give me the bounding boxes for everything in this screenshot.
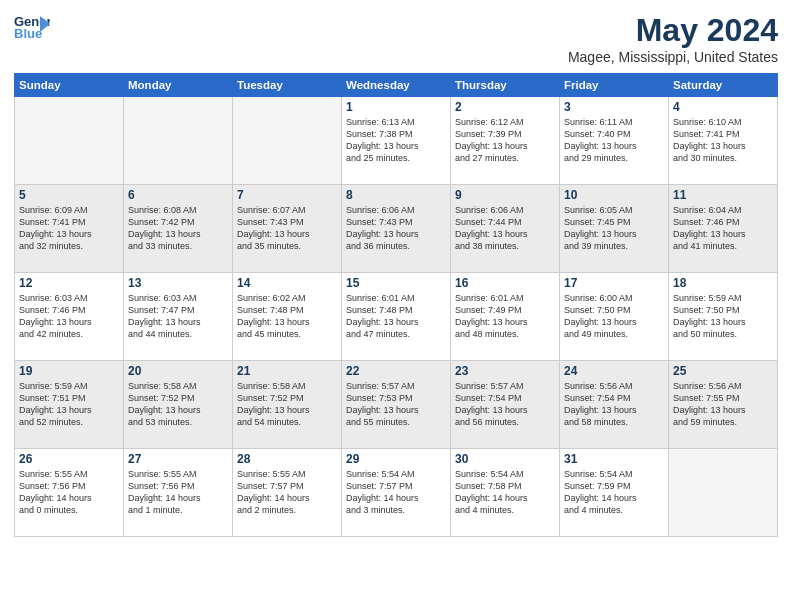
day-info: Sunrise: 6:02 AM Sunset: 7:48 PM Dayligh… bbox=[237, 292, 337, 341]
table-row: 5Sunrise: 6:09 AM Sunset: 7:41 PM Daylig… bbox=[15, 185, 124, 273]
svg-text:Blue: Blue bbox=[14, 26, 42, 40]
day-info: Sunrise: 6:03 AM Sunset: 7:46 PM Dayligh… bbox=[19, 292, 119, 341]
table-row: 3Sunrise: 6:11 AM Sunset: 7:40 PM Daylig… bbox=[560, 97, 669, 185]
calendar-page: General Blue May 2024 Magee, Mississippi… bbox=[0, 0, 792, 612]
table-row: 29Sunrise: 5:54 AM Sunset: 7:57 PM Dayli… bbox=[342, 449, 451, 537]
day-number: 19 bbox=[19, 364, 119, 378]
day-number: 9 bbox=[455, 188, 555, 202]
logo: General Blue bbox=[14, 12, 50, 40]
table-row: 2Sunrise: 6:12 AM Sunset: 7:39 PM Daylig… bbox=[451, 97, 560, 185]
table-row: 7Sunrise: 6:07 AM Sunset: 7:43 PM Daylig… bbox=[233, 185, 342, 273]
day-info: Sunrise: 6:07 AM Sunset: 7:43 PM Dayligh… bbox=[237, 204, 337, 253]
day-number: 10 bbox=[564, 188, 664, 202]
table-row: 8Sunrise: 6:06 AM Sunset: 7:43 PM Daylig… bbox=[342, 185, 451, 273]
day-info: Sunrise: 6:08 AM Sunset: 7:42 PM Dayligh… bbox=[128, 204, 228, 253]
table-row: 11Sunrise: 6:04 AM Sunset: 7:46 PM Dayli… bbox=[669, 185, 778, 273]
day-number: 13 bbox=[128, 276, 228, 290]
col-friday: Friday bbox=[560, 74, 669, 97]
week-row-4: 19Sunrise: 5:59 AM Sunset: 7:51 PM Dayli… bbox=[15, 361, 778, 449]
day-number: 17 bbox=[564, 276, 664, 290]
day-number: 21 bbox=[237, 364, 337, 378]
table-row: 23Sunrise: 5:57 AM Sunset: 7:54 PM Dayli… bbox=[451, 361, 560, 449]
day-number: 22 bbox=[346, 364, 446, 378]
table-row: 31Sunrise: 5:54 AM Sunset: 7:59 PM Dayli… bbox=[560, 449, 669, 537]
day-number: 30 bbox=[455, 452, 555, 466]
table-row: 26Sunrise: 5:55 AM Sunset: 7:56 PM Dayli… bbox=[15, 449, 124, 537]
table-row: 18Sunrise: 5:59 AM Sunset: 7:50 PM Dayli… bbox=[669, 273, 778, 361]
day-number: 3 bbox=[564, 100, 664, 114]
col-saturday: Saturday bbox=[669, 74, 778, 97]
table-row: 12Sunrise: 6:03 AM Sunset: 7:46 PM Dayli… bbox=[15, 273, 124, 361]
day-info: Sunrise: 5:55 AM Sunset: 7:56 PM Dayligh… bbox=[19, 468, 119, 517]
table-row: 1Sunrise: 6:13 AM Sunset: 7:38 PM Daylig… bbox=[342, 97, 451, 185]
table-row: 14Sunrise: 6:02 AM Sunset: 7:48 PM Dayli… bbox=[233, 273, 342, 361]
table-row: 27Sunrise: 5:55 AM Sunset: 7:56 PM Dayli… bbox=[124, 449, 233, 537]
week-row-1: 1Sunrise: 6:13 AM Sunset: 7:38 PM Daylig… bbox=[15, 97, 778, 185]
header-row: Sunday Monday Tuesday Wednesday Thursday… bbox=[15, 74, 778, 97]
table-row: 16Sunrise: 6:01 AM Sunset: 7:49 PM Dayli… bbox=[451, 273, 560, 361]
day-number: 25 bbox=[673, 364, 773, 378]
day-info: Sunrise: 6:01 AM Sunset: 7:49 PM Dayligh… bbox=[455, 292, 555, 341]
day-number: 11 bbox=[673, 188, 773, 202]
day-number: 1 bbox=[346, 100, 446, 114]
day-info: Sunrise: 5:57 AM Sunset: 7:53 PM Dayligh… bbox=[346, 380, 446, 429]
day-info: Sunrise: 6:00 AM Sunset: 7:50 PM Dayligh… bbox=[564, 292, 664, 341]
day-number: 18 bbox=[673, 276, 773, 290]
table-row: 22Sunrise: 5:57 AM Sunset: 7:53 PM Dayli… bbox=[342, 361, 451, 449]
location: Magee, Mississippi, United States bbox=[568, 49, 778, 65]
day-number: 26 bbox=[19, 452, 119, 466]
day-info: Sunrise: 6:10 AM Sunset: 7:41 PM Dayligh… bbox=[673, 116, 773, 165]
table-row bbox=[124, 97, 233, 185]
day-info: Sunrise: 6:09 AM Sunset: 7:41 PM Dayligh… bbox=[19, 204, 119, 253]
day-info: Sunrise: 6:12 AM Sunset: 7:39 PM Dayligh… bbox=[455, 116, 555, 165]
table-row bbox=[15, 97, 124, 185]
table-row: 10Sunrise: 6:05 AM Sunset: 7:45 PM Dayli… bbox=[560, 185, 669, 273]
day-info: Sunrise: 5:56 AM Sunset: 7:55 PM Dayligh… bbox=[673, 380, 773, 429]
col-thursday: Thursday bbox=[451, 74, 560, 97]
col-wednesday: Wednesday bbox=[342, 74, 451, 97]
col-monday: Monday bbox=[124, 74, 233, 97]
day-number: 23 bbox=[455, 364, 555, 378]
day-number: 27 bbox=[128, 452, 228, 466]
table-row: 21Sunrise: 5:58 AM Sunset: 7:52 PM Dayli… bbox=[233, 361, 342, 449]
day-info: Sunrise: 5:55 AM Sunset: 7:57 PM Dayligh… bbox=[237, 468, 337, 517]
day-info: Sunrise: 5:54 AM Sunset: 7:58 PM Dayligh… bbox=[455, 468, 555, 517]
day-info: Sunrise: 6:03 AM Sunset: 7:47 PM Dayligh… bbox=[128, 292, 228, 341]
table-row: 15Sunrise: 6:01 AM Sunset: 7:48 PM Dayli… bbox=[342, 273, 451, 361]
day-number: 24 bbox=[564, 364, 664, 378]
table-row: 6Sunrise: 6:08 AM Sunset: 7:42 PM Daylig… bbox=[124, 185, 233, 273]
day-info: Sunrise: 5:58 AM Sunset: 7:52 PM Dayligh… bbox=[128, 380, 228, 429]
day-info: Sunrise: 6:06 AM Sunset: 7:43 PM Dayligh… bbox=[346, 204, 446, 253]
day-info: Sunrise: 6:11 AM Sunset: 7:40 PM Dayligh… bbox=[564, 116, 664, 165]
day-info: Sunrise: 5:59 AM Sunset: 7:50 PM Dayligh… bbox=[673, 292, 773, 341]
table-row: 4Sunrise: 6:10 AM Sunset: 7:41 PM Daylig… bbox=[669, 97, 778, 185]
day-number: 8 bbox=[346, 188, 446, 202]
table-row: 30Sunrise: 5:54 AM Sunset: 7:58 PM Dayli… bbox=[451, 449, 560, 537]
day-info: Sunrise: 5:55 AM Sunset: 7:56 PM Dayligh… bbox=[128, 468, 228, 517]
table-row: 28Sunrise: 5:55 AM Sunset: 7:57 PM Dayli… bbox=[233, 449, 342, 537]
table-row: 19Sunrise: 5:59 AM Sunset: 7:51 PM Dayli… bbox=[15, 361, 124, 449]
day-info: Sunrise: 6:01 AM Sunset: 7:48 PM Dayligh… bbox=[346, 292, 446, 341]
day-info: Sunrise: 5:56 AM Sunset: 7:54 PM Dayligh… bbox=[564, 380, 664, 429]
day-number: 16 bbox=[455, 276, 555, 290]
table-row: 25Sunrise: 5:56 AM Sunset: 7:55 PM Dayli… bbox=[669, 361, 778, 449]
table-row: 24Sunrise: 5:56 AM Sunset: 7:54 PM Dayli… bbox=[560, 361, 669, 449]
day-info: Sunrise: 6:04 AM Sunset: 7:46 PM Dayligh… bbox=[673, 204, 773, 253]
day-info: Sunrise: 5:58 AM Sunset: 7:52 PM Dayligh… bbox=[237, 380, 337, 429]
week-row-2: 5Sunrise: 6:09 AM Sunset: 7:41 PM Daylig… bbox=[15, 185, 778, 273]
day-number: 29 bbox=[346, 452, 446, 466]
table-row: 9Sunrise: 6:06 AM Sunset: 7:44 PM Daylig… bbox=[451, 185, 560, 273]
day-number: 20 bbox=[128, 364, 228, 378]
table-row: 13Sunrise: 6:03 AM Sunset: 7:47 PM Dayli… bbox=[124, 273, 233, 361]
day-info: Sunrise: 5:59 AM Sunset: 7:51 PM Dayligh… bbox=[19, 380, 119, 429]
col-tuesday: Tuesday bbox=[233, 74, 342, 97]
calendar-table: Sunday Monday Tuesday Wednesday Thursday… bbox=[14, 73, 778, 537]
logo-icon: General Blue bbox=[14, 12, 50, 40]
day-info: Sunrise: 6:06 AM Sunset: 7:44 PM Dayligh… bbox=[455, 204, 555, 253]
day-info: Sunrise: 6:05 AM Sunset: 7:45 PM Dayligh… bbox=[564, 204, 664, 253]
day-number: 15 bbox=[346, 276, 446, 290]
table-row bbox=[669, 449, 778, 537]
day-info: Sunrise: 5:54 AM Sunset: 7:59 PM Dayligh… bbox=[564, 468, 664, 517]
table-row bbox=[233, 97, 342, 185]
header: General Blue May 2024 Magee, Mississippi… bbox=[14, 12, 778, 65]
